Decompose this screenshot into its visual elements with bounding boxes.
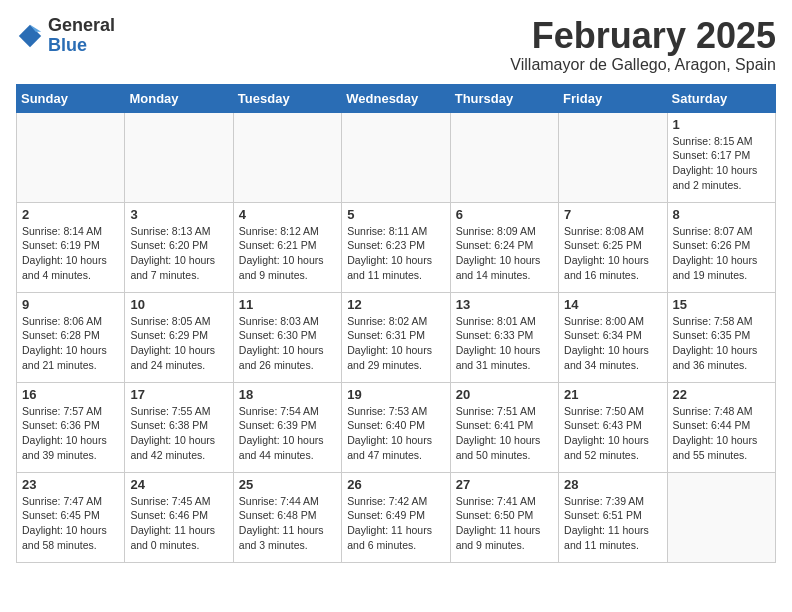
day-info: Sunrise: 7:45 AM Sunset: 6:46 PM Dayligh… (130, 494, 227, 553)
weekday-header-monday: Monday (125, 84, 233, 112)
calendar-table: SundayMondayTuesdayWednesdayThursdayFrid… (16, 84, 776, 563)
day-number: 6 (456, 207, 553, 222)
day-info: Sunrise: 8:07 AM Sunset: 6:26 PM Dayligh… (673, 224, 770, 283)
calendar-day (17, 112, 125, 202)
calendar-day: 27Sunrise: 7:41 AM Sunset: 6:50 PM Dayli… (450, 472, 558, 562)
day-info: Sunrise: 8:06 AM Sunset: 6:28 PM Dayligh… (22, 314, 119, 373)
calendar-header-row: SundayMondayTuesdayWednesdayThursdayFrid… (17, 84, 776, 112)
day-number: 16 (22, 387, 119, 402)
calendar-day: 3Sunrise: 8:13 AM Sunset: 6:20 PM Daylig… (125, 202, 233, 292)
day-number: 9 (22, 297, 119, 312)
day-number: 12 (347, 297, 444, 312)
day-number: 26 (347, 477, 444, 492)
calendar-day (125, 112, 233, 202)
day-info: Sunrise: 8:01 AM Sunset: 6:33 PM Dayligh… (456, 314, 553, 373)
calendar-week-2: 2Sunrise: 8:14 AM Sunset: 6:19 PM Daylig… (17, 202, 776, 292)
calendar-day: 20Sunrise: 7:51 AM Sunset: 6:41 PM Dayli… (450, 382, 558, 472)
day-info: Sunrise: 8:11 AM Sunset: 6:23 PM Dayligh… (347, 224, 444, 283)
day-info: Sunrise: 8:09 AM Sunset: 6:24 PM Dayligh… (456, 224, 553, 283)
day-info: Sunrise: 7:41 AM Sunset: 6:50 PM Dayligh… (456, 494, 553, 553)
logo: General Blue (16, 16, 115, 56)
location-subtitle: Villamayor de Gallego, Aragon, Spain (510, 56, 776, 74)
calendar-week-1: 1Sunrise: 8:15 AM Sunset: 6:17 PM Daylig… (17, 112, 776, 202)
calendar-day: 19Sunrise: 7:53 AM Sunset: 6:40 PM Dayli… (342, 382, 450, 472)
day-info: Sunrise: 7:48 AM Sunset: 6:44 PM Dayligh… (673, 404, 770, 463)
calendar-day (233, 112, 341, 202)
day-number: 10 (130, 297, 227, 312)
calendar-day: 6Sunrise: 8:09 AM Sunset: 6:24 PM Daylig… (450, 202, 558, 292)
day-info: Sunrise: 8:08 AM Sunset: 6:25 PM Dayligh… (564, 224, 661, 283)
day-number: 24 (130, 477, 227, 492)
weekday-header-wednesday: Wednesday (342, 84, 450, 112)
calendar-week-4: 16Sunrise: 7:57 AM Sunset: 6:36 PM Dayli… (17, 382, 776, 472)
day-number: 4 (239, 207, 336, 222)
day-number: 2 (22, 207, 119, 222)
day-number: 11 (239, 297, 336, 312)
logo-blue-text: Blue (48, 35, 87, 55)
page-header: General Blue February 2025 Villamayor de… (16, 16, 776, 74)
logo-general-text: General (48, 15, 115, 35)
day-info: Sunrise: 8:15 AM Sunset: 6:17 PM Dayligh… (673, 134, 770, 193)
day-number: 5 (347, 207, 444, 222)
day-number: 19 (347, 387, 444, 402)
day-number: 23 (22, 477, 119, 492)
calendar-day: 12Sunrise: 8:02 AM Sunset: 6:31 PM Dayli… (342, 292, 450, 382)
weekday-header-tuesday: Tuesday (233, 84, 341, 112)
weekday-header-friday: Friday (559, 84, 667, 112)
day-info: Sunrise: 7:51 AM Sunset: 6:41 PM Dayligh… (456, 404, 553, 463)
day-info: Sunrise: 8:13 AM Sunset: 6:20 PM Dayligh… (130, 224, 227, 283)
calendar-day: 7Sunrise: 8:08 AM Sunset: 6:25 PM Daylig… (559, 202, 667, 292)
day-info: Sunrise: 8:12 AM Sunset: 6:21 PM Dayligh… (239, 224, 336, 283)
day-number: 13 (456, 297, 553, 312)
title-block: February 2025 Villamayor de Gallego, Ara… (510, 16, 776, 74)
day-number: 15 (673, 297, 770, 312)
calendar-day: 13Sunrise: 8:01 AM Sunset: 6:33 PM Dayli… (450, 292, 558, 382)
calendar-day: 8Sunrise: 8:07 AM Sunset: 6:26 PM Daylig… (667, 202, 775, 292)
calendar-day: 1Sunrise: 8:15 AM Sunset: 6:17 PM Daylig… (667, 112, 775, 202)
weekday-header-saturday: Saturday (667, 84, 775, 112)
day-number: 20 (456, 387, 553, 402)
day-info: Sunrise: 7:44 AM Sunset: 6:48 PM Dayligh… (239, 494, 336, 553)
calendar-day: 24Sunrise: 7:45 AM Sunset: 6:46 PM Dayli… (125, 472, 233, 562)
calendar-day: 21Sunrise: 7:50 AM Sunset: 6:43 PM Dayli… (559, 382, 667, 472)
calendar-day: 11Sunrise: 8:03 AM Sunset: 6:30 PM Dayli… (233, 292, 341, 382)
calendar-day: 2Sunrise: 8:14 AM Sunset: 6:19 PM Daylig… (17, 202, 125, 292)
calendar-day: 14Sunrise: 8:00 AM Sunset: 6:34 PM Dayli… (559, 292, 667, 382)
logo-icon (16, 22, 44, 50)
calendar-day: 23Sunrise: 7:47 AM Sunset: 6:45 PM Dayli… (17, 472, 125, 562)
calendar-day: 26Sunrise: 7:42 AM Sunset: 6:49 PM Dayli… (342, 472, 450, 562)
day-info: Sunrise: 7:42 AM Sunset: 6:49 PM Dayligh… (347, 494, 444, 553)
day-number: 28 (564, 477, 661, 492)
calendar-day: 18Sunrise: 7:54 AM Sunset: 6:39 PM Dayli… (233, 382, 341, 472)
day-number: 14 (564, 297, 661, 312)
calendar-day: 9Sunrise: 8:06 AM Sunset: 6:28 PM Daylig… (17, 292, 125, 382)
calendar-day: 22Sunrise: 7:48 AM Sunset: 6:44 PM Dayli… (667, 382, 775, 472)
day-info: Sunrise: 7:53 AM Sunset: 6:40 PM Dayligh… (347, 404, 444, 463)
calendar-day: 25Sunrise: 7:44 AM Sunset: 6:48 PM Dayli… (233, 472, 341, 562)
day-number: 18 (239, 387, 336, 402)
calendar-week-5: 23Sunrise: 7:47 AM Sunset: 6:45 PM Dayli… (17, 472, 776, 562)
weekday-header-sunday: Sunday (17, 84, 125, 112)
day-info: Sunrise: 7:39 AM Sunset: 6:51 PM Dayligh… (564, 494, 661, 553)
day-info: Sunrise: 8:02 AM Sunset: 6:31 PM Dayligh… (347, 314, 444, 373)
calendar-day (342, 112, 450, 202)
day-info: Sunrise: 7:47 AM Sunset: 6:45 PM Dayligh… (22, 494, 119, 553)
day-info: Sunrise: 8:05 AM Sunset: 6:29 PM Dayligh… (130, 314, 227, 373)
calendar-day: 15Sunrise: 7:58 AM Sunset: 6:35 PM Dayli… (667, 292, 775, 382)
calendar-week-3: 9Sunrise: 8:06 AM Sunset: 6:28 PM Daylig… (17, 292, 776, 382)
day-number: 21 (564, 387, 661, 402)
day-number: 22 (673, 387, 770, 402)
calendar-day: 16Sunrise: 7:57 AM Sunset: 6:36 PM Dayli… (17, 382, 125, 472)
day-info: Sunrise: 7:58 AM Sunset: 6:35 PM Dayligh… (673, 314, 770, 373)
day-number: 17 (130, 387, 227, 402)
calendar-day (450, 112, 558, 202)
day-number: 27 (456, 477, 553, 492)
calendar-day: 5Sunrise: 8:11 AM Sunset: 6:23 PM Daylig… (342, 202, 450, 292)
weekday-header-thursday: Thursday (450, 84, 558, 112)
svg-marker-0 (19, 25, 41, 47)
calendar-day (559, 112, 667, 202)
day-info: Sunrise: 7:50 AM Sunset: 6:43 PM Dayligh… (564, 404, 661, 463)
day-number: 1 (673, 117, 770, 132)
day-number: 8 (673, 207, 770, 222)
day-number: 25 (239, 477, 336, 492)
